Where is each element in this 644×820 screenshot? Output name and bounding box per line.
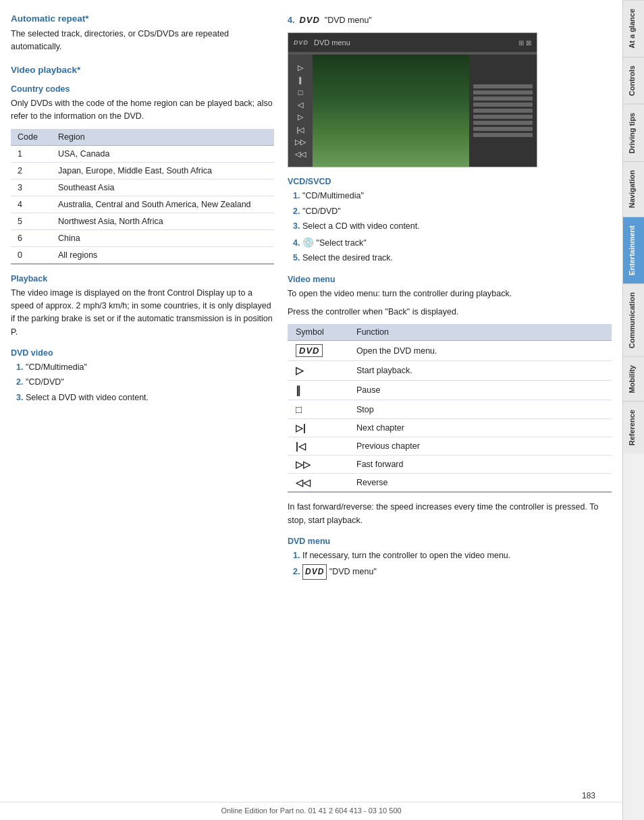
code-cell: 6 bbox=[11, 229, 51, 246]
video-playback-title: Video playback* bbox=[11, 65, 274, 75]
video-area bbox=[313, 55, 469, 167]
symbol-td: |◁ bbox=[288, 437, 348, 456]
symbol-td: ▷| bbox=[288, 419, 348, 437]
stripe9 bbox=[473, 133, 533, 137]
step4-number: 4. bbox=[288, 16, 294, 25]
dvd-menu-bar: DVD DVD menu ⊞ ⊠ bbox=[288, 33, 537, 52]
sidebar-tab-communication[interactable]: Communication bbox=[623, 283, 644, 356]
function-td: Start playback. bbox=[348, 361, 612, 381]
icon-pause: ‖ bbox=[298, 75, 302, 84]
table-row: ▷|Next chapter bbox=[288, 419, 612, 437]
sidebar-tab-entertainment[interactable]: Entertainment bbox=[623, 217, 644, 283]
stripe4 bbox=[473, 103, 533, 107]
symbol-prev: |◁ bbox=[296, 441, 306, 452]
sidebar-tab-reference[interactable]: Reference bbox=[623, 401, 644, 454]
region-cell: China bbox=[51, 229, 274, 246]
sidebar-tab-at-a-glance[interactable]: At a glance bbox=[623, 0, 644, 57]
list-item: Select a CD with video content. bbox=[302, 220, 612, 233]
code-cell: 0 bbox=[11, 246, 51, 264]
vcd-steps-list: "CD/Multimedia""CD/DVD"Select a CD with … bbox=[288, 190, 612, 265]
region-cell: Australia, Central and South America, Ne… bbox=[51, 196, 274, 213]
icon-next: ▷▷ bbox=[295, 137, 306, 146]
symbol-td: ‖ bbox=[288, 381, 348, 400]
col-header-region: Region bbox=[51, 129, 274, 146]
right-info-panel bbox=[469, 55, 537, 167]
code-cell: 2 bbox=[11, 162, 51, 179]
dvd-logo-menu: DVD bbox=[302, 564, 327, 580]
vcd-svcd-title: VCD/SVCD bbox=[288, 177, 612, 186]
function-td: Reverse bbox=[348, 474, 612, 493]
video-col-function: Function bbox=[348, 324, 612, 341]
list-item: Select a DVD with video content. bbox=[26, 391, 274, 404]
sidebar-tab-navigation[interactable]: Navigation bbox=[623, 161, 644, 216]
icon-right: ▷ bbox=[298, 112, 303, 121]
region-cell: USA, Canada bbox=[51, 145, 274, 162]
country-codes-text: Only DVDs with the code of the home regi… bbox=[11, 97, 274, 124]
region-cell: Southeast Asia bbox=[51, 179, 274, 196]
symbol-td: ▷ bbox=[288, 361, 348, 381]
list-item: "CD/DVD" bbox=[302, 205, 612, 218]
dvd-menu-label: DVD menu bbox=[314, 38, 350, 47]
icon-rev: ◁◁ bbox=[295, 149, 306, 159]
sidebar-tab-controls[interactable]: Controls bbox=[623, 57, 644, 104]
automatic-repeat-text: The selected track, directories, or CDs/… bbox=[11, 28, 274, 54]
code-cell: 4 bbox=[11, 196, 51, 213]
country-codes-title: Country codes bbox=[11, 84, 274, 94]
symbol-td: □ bbox=[288, 400, 348, 419]
video-menu-title: Video menu bbox=[288, 275, 612, 284]
dvd-screenshot: DVD DVD menu ⊞ ⊠ ▷ ‖ □ ◁ ▷ |◁ ▷▷ ◁◁ bbox=[288, 32, 537, 167]
dvd-menu-title2: DVD menu bbox=[288, 537, 612, 546]
dvd-logo-symbol: DVD bbox=[296, 344, 323, 357]
stripe1 bbox=[473, 84, 533, 88]
code-cell: 1 bbox=[11, 145, 51, 162]
stripe3 bbox=[473, 97, 533, 101]
video-menu-text1: To open the video menu: turn the control… bbox=[288, 288, 612, 300]
list-item: If necessary, turn the controller to ope… bbox=[302, 549, 612, 562]
table-row: 2Japan, Europe, Middle East, South Afric… bbox=[11, 162, 274, 179]
sidebar-tab-mobility[interactable]: Mobility bbox=[623, 356, 644, 402]
table-row: ▷▷Fast forward bbox=[288, 456, 612, 474]
sidebar-tab-driving-tips[interactable]: Driving tips bbox=[623, 104, 644, 162]
code-cell: 5 bbox=[11, 213, 51, 229]
table-row: |◁Previous chapter bbox=[288, 437, 612, 456]
table-row: ‖Pause bbox=[288, 381, 612, 400]
icon-stop: □ bbox=[298, 88, 303, 97]
dvd-logo-small: DVD bbox=[294, 39, 308, 46]
playback-title: Playback bbox=[11, 274, 274, 283]
list-item: "CD/DVD" bbox=[26, 376, 274, 389]
stripe8 bbox=[473, 127, 533, 131]
function-td: Pause bbox=[348, 381, 612, 400]
playback-text: The video image is displayed on the fron… bbox=[11, 287, 274, 339]
symbol-ff: ▷▷ bbox=[296, 459, 311, 470]
icon-play: ▷ bbox=[298, 63, 303, 72]
list-item: "CD/Multimedia" bbox=[302, 190, 612, 202]
table-row: DVDOpen the DVD menu. bbox=[288, 341, 612, 361]
country-codes-table: Code Region 1USA, Canada2Japan, Europe, … bbox=[11, 129, 274, 265]
symbol-cell: ▷ bbox=[296, 364, 304, 376]
table-row: ◁◁Reverse bbox=[288, 474, 612, 493]
video-menu-table: Symbol Function DVDOpen the DVD menu.▷St… bbox=[288, 324, 612, 493]
table-row: 0All regions bbox=[11, 246, 274, 264]
list-item: 💿 "Select track" bbox=[302, 236, 612, 250]
cd-icon: 💿 bbox=[302, 237, 314, 248]
step4-line: 4. DVD "DVD menu" bbox=[288, 13, 612, 27]
function-td: Fast forward bbox=[348, 456, 612, 474]
list-item: "CD/Multimedia" bbox=[26, 361, 274, 374]
col-header-code: Code bbox=[11, 129, 51, 146]
function-td: Previous chapter bbox=[348, 437, 612, 456]
video-col-symbol: Symbol bbox=[288, 324, 348, 341]
footer: Online Edition for Part no. 01 41 2 604 … bbox=[0, 802, 622, 820]
symbol-rev: ◁◁ bbox=[296, 477, 311, 488]
video-menu-note: In fast forward/reverse: the speed incre… bbox=[288, 501, 612, 527]
dvd-menu-steps: If necessary, turn the controller to ope… bbox=[288, 549, 612, 580]
symbol-cell: ‖ bbox=[296, 384, 301, 395]
video-menu-text2: Press the controller when "Back" is disp… bbox=[288, 306, 612, 319]
table-row: 4Australia, Central and South America, N… bbox=[11, 196, 274, 213]
stripe2 bbox=[473, 90, 533, 94]
table-row: 1USA, Canada bbox=[11, 145, 274, 162]
stripe6 bbox=[473, 115, 533, 119]
dvd-video-steps: "CD/Multimedia" "CD/DVD" Select a DVD wi… bbox=[11, 361, 274, 404]
table-row: 6China bbox=[11, 229, 274, 246]
icon-left: ◁ bbox=[298, 100, 303, 109]
function-td: Next chapter bbox=[348, 419, 612, 437]
